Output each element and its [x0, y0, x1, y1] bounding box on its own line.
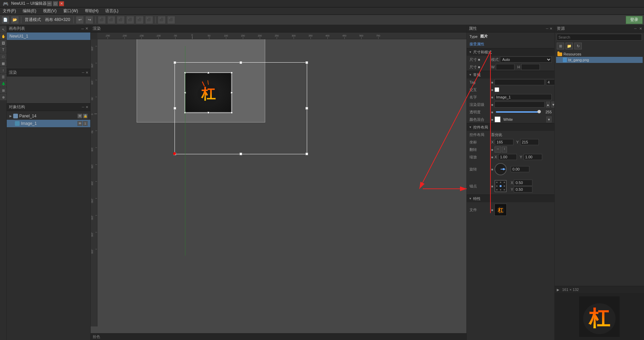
height-input[interactable]	[521, 64, 540, 70]
mode-select[interactable]: Auto	[500, 56, 552, 63]
anchor-mr[interactable]	[502, 184, 506, 188]
render-panel-collapse[interactable]: ─	[82, 71, 84, 74]
tool-scroll[interactable]: ↕	[0, 67, 6, 73]
opacity-slider-track[interactable]	[496, 111, 539, 113]
anchor-br[interactable]	[502, 188, 506, 191]
handle-mr[interactable]	[305, 107, 308, 110]
layout-header[interactable]: ▼ 控件布局	[467, 123, 554, 131]
res-grid-btn[interactable]: ⊞	[557, 43, 564, 49]
name-input[interactable]	[495, 94, 552, 100]
close-button[interactable]: ✕	[59, 1, 64, 6]
align-bottom-button[interactable]: ⬛	[145, 16, 153, 24]
tool-rect[interactable]: □	[0, 53, 6, 60]
obj-visible-image1[interactable]: 👁	[77, 121, 82, 126]
props-collapse[interactable]: ─	[546, 27, 548, 30]
tool-extra[interactable]: ⊕	[0, 94, 6, 100]
resource-search-input[interactable]	[557, 34, 642, 41]
canvas-image-element[interactable]: 杠	[185, 73, 231, 112]
menu-edit[interactable]: 编辑(E)	[21, 7, 38, 15]
minimize-button[interactable]: ─	[47, 1, 52, 6]
x-coord-input[interactable]	[495, 139, 513, 145]
obj-struct-collapse[interactable]: ─	[82, 105, 84, 109]
rotation-circle[interactable]	[495, 163, 507, 175]
opacity-slider-thumb[interactable]	[537, 110, 541, 113]
canvas-list-collapse[interactable]: ─	[81, 27, 84, 31]
toolbar-open-btn[interactable]: 📂	[11, 16, 19, 24]
menu-file[interactable]: 文件(F)	[1, 7, 17, 15]
obj-item-panel14[interactable]: ▶ Panel_14 👁 🔒	[7, 112, 90, 120]
tool-image[interactable]: 🖼	[0, 40, 6, 46]
handle-bm[interactable]	[239, 153, 242, 155]
render-order-stepper-dn[interactable]: ▼	[551, 101, 554, 108]
anchor-ml[interactable]	[495, 184, 499, 188]
align-center-h-button[interactable]: ⬛	[107, 16, 115, 24]
res-folder-resources[interactable]: Resources	[556, 51, 643, 57]
distribute-v-button[interactable]: ⬛	[167, 16, 175, 24]
color-blend-dropdown[interactable]: ▼	[546, 116, 552, 122]
tool-move[interactable]: ✋	[0, 33, 6, 39]
anchor-widget[interactable]	[495, 180, 507, 192]
res-file-btgang[interactable]: bt_gang.png	[556, 57, 643, 63]
res-collapse[interactable]: ─	[634, 27, 637, 30]
handle-br[interactable]	[305, 153, 308, 155]
tool-panel[interactable]: ▦	[0, 60, 6, 66]
anchor-bm[interactable]	[499, 188, 503, 191]
obj-visible-panel14[interactable]: 👁	[77, 114, 82, 118]
scale-y-input[interactable]	[524, 154, 542, 160]
tool-layers[interactable]: ⊞	[0, 87, 6, 93]
render-order-input[interactable]	[495, 101, 545, 108]
canvas-viewport[interactable]: -250 -200 -150 -100 -50 0 50 100	[91, 32, 466, 333]
scale-x-input[interactable]	[498, 154, 517, 160]
width-input[interactable]	[496, 64, 514, 70]
file-thumbnail[interactable]: 杠	[495, 204, 507, 216]
menu-help[interactable]: 帮助(H)	[84, 7, 100, 15]
anchor-tl[interactable]	[495, 181, 499, 184]
interact-checkbox[interactable]	[495, 87, 499, 92]
anchor-tr[interactable]	[502, 181, 506, 184]
anchor-x-input[interactable]	[514, 180, 532, 186]
color-swatch[interactable]	[495, 116, 501, 122]
menu-language[interactable]: 语言(L)	[104, 7, 120, 15]
res-preview-content[interactable]: 杠 杠	[555, 293, 644, 340]
tool-list[interactable]: ☰	[0, 74, 6, 80]
distribute-h-button[interactable]: ⬛	[158, 16, 166, 24]
anchor-y-input[interactable]	[514, 186, 532, 192]
flip-v-btn[interactable]: ↕	[502, 146, 507, 153]
features-header[interactable]: ▼ 特性	[467, 195, 554, 202]
align-top-button[interactable]: ⬛	[126, 16, 134, 24]
menu-window[interactable]: 窗口(W)	[62, 7, 79, 15]
tool-select[interactable]: ↖	[0, 26, 6, 32]
props-close[interactable]: ✕	[550, 27, 552, 30]
obj-lock-image1[interactable]: 1	[83, 121, 88, 126]
tag-input[interactable]	[495, 79, 545, 85]
anchor-tm[interactable]	[499, 181, 503, 184]
align-right-button[interactable]: ⬛	[117, 16, 125, 24]
tool-tree[interactable]: 🌲	[0, 81, 6, 87]
toolbar-new-btn[interactable]: 📄	[1, 16, 9, 24]
menu-view[interactable]: 视图(V)	[42, 7, 58, 15]
redo-button[interactable]: ↪	[85, 16, 93, 24]
anchor-bl[interactable]	[495, 188, 499, 191]
render-order-stepper-up[interactable]: ▲	[546, 101, 550, 108]
obj-lock-panel14[interactable]: 🔒	[83, 114, 88, 118]
canvas-list-item[interactable]: NewUi1_1	[7, 32, 90, 40]
tool-text[interactable]: T	[0, 47, 6, 53]
obj-item-image1[interactable]: Image_1 👁 1	[7, 120, 90, 127]
rotation-input[interactable]	[511, 166, 529, 172]
size-mode-header[interactable]: ▼ 尺寸和模式	[467, 48, 554, 56]
maximize-button[interactable]: □	[53, 1, 58, 6]
canvas-list-close[interactable]: ✕	[85, 26, 88, 31]
anchor-mc[interactable]	[499, 184, 503, 188]
res-close[interactable]: ✕	[639, 27, 642, 30]
render-panel-close[interactable]: ✕	[86, 71, 88, 74]
canvas-content[interactable]: 杠	[97, 39, 466, 333]
prop-more-link[interactable]: 接受属性	[469, 42, 484, 47]
general-header[interactable]: ▼ 常规	[467, 71, 554, 78]
res-refresh-btn[interactable]: ↻	[574, 43, 582, 49]
res-add-btn[interactable]: 📁	[566, 43, 573, 49]
handle-tr[interactable]	[305, 61, 308, 64]
y-coord-input[interactable]	[520, 139, 539, 145]
align-center-v-button[interactable]: ⬛	[136, 16, 144, 24]
obj-struct-close[interactable]: ✕	[86, 105, 88, 109]
login-button[interactable]: 登录	[626, 16, 643, 24]
